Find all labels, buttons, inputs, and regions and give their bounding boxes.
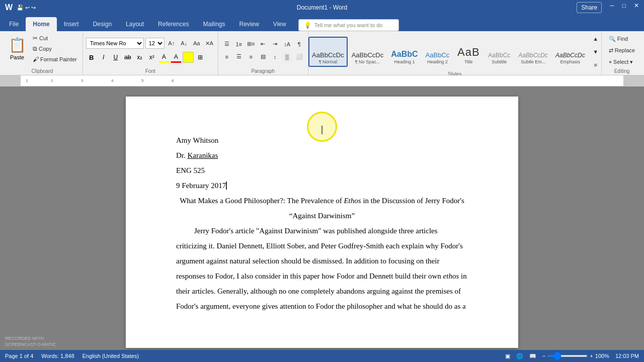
numbering-button[interactable]: 1≡	[233, 39, 245, 50]
tab-insert[interactable]: Insert	[57, 17, 86, 31]
italic-button[interactable]: I	[98, 52, 109, 63]
paste-button[interactable]: 📋 Paste	[5, 33, 29, 63]
font-selector-row: Times New Ro 12 A↑ A↓ Aa ✕A	[86, 38, 215, 49]
zoom-slider[interactable]	[547, 355, 588, 357]
select-button[interactable]: ⌖ Select ▾	[606, 57, 636, 67]
border-button[interactable]: ⊞	[195, 52, 206, 63]
decrease-font-button[interactable]: A↓	[179, 38, 190, 49]
style-heading2-label: Heading 2	[427, 59, 448, 64]
tab-references[interactable]: References	[151, 17, 196, 31]
paragraph-group: ☰ 1≡ ⊞≡ ⇤ ⇥ ↕A ¶ ≡ ☰ ≡ ▤ ↕ ▒ ⬜ Paragraph	[218, 31, 308, 75]
style-subtitle-preview: AaBbCc	[488, 52, 510, 59]
style-heading1[interactable]: AaBbC Heading 1	[387, 37, 421, 67]
increase-indent-button[interactable]: ⇥	[270, 39, 281, 50]
tab-review[interactable]: Review	[232, 17, 266, 31]
multilevel-button[interactable]: ⊞≡	[246, 39, 257, 50]
align-left-button[interactable]: ≡	[221, 51, 232, 62]
styles-container: AaBbCcDc ¶ Normal AaBbCcDc ¶ No Spac... …	[308, 33, 601, 70]
strikethrough-button[interactable]: ab	[122, 52, 133, 63]
line-spacing-button[interactable]: ↕	[270, 51, 281, 62]
replace-button[interactable]: ⇄ Replace	[606, 46, 637, 55]
tab-mailings[interactable]: Mailings	[196, 17, 232, 31]
tab-layout[interactable]: Layout	[119, 17, 151, 31]
style-emphasis[interactable]: AaBbCcDc Emphasis	[552, 37, 589, 67]
web-layout-icon[interactable]: 🌐	[516, 353, 523, 359]
clear-formatting-button[interactable]: ✕A	[204, 38, 215, 49]
title-bar-left: W 💾 ↩ ↪	[5, 3, 36, 12]
style-no-spacing[interactable]: AaBbCcDc ¶ No Spac...	[348, 37, 387, 67]
increase-font-button[interactable]: A↑	[166, 38, 177, 49]
align-right-button[interactable]: ≡	[246, 51, 257, 62]
sort-button[interactable]: ↕A	[282, 39, 293, 50]
select-icon: ⌖	[609, 59, 612, 65]
select-label: Select ▾	[613, 59, 633, 65]
font-size-select[interactable]: 12	[145, 38, 165, 49]
format-painter-button[interactable]: 🖌 Format Painter	[30, 54, 79, 64]
word-count: Words: 1,848	[41, 353, 74, 359]
tab-design[interactable]: Design	[86, 17, 119, 31]
document-page[interactable]: | Amy Whitson Dr. Karanikas ENG 525 9 Fe…	[126, 97, 518, 348]
find-button[interactable]: 🔍 Find	[606, 34, 630, 44]
shading-para-button[interactable]: ▒	[282, 51, 293, 62]
bold-button[interactable]: B	[86, 52, 97, 63]
ruler: 1 2 3 4 5 6	[0, 75, 644, 86]
tab-view[interactable]: View	[266, 17, 293, 31]
text-highlight-button[interactable]: A	[158, 52, 170, 63]
word-icon: W	[5, 3, 13, 12]
title-bar: W 💾 ↩ ↪ Document1 - Word Share ─ □ ✕	[0, 0, 644, 15]
copy-button[interactable]: ⧉ Copy	[30, 44, 79, 54]
share-button[interactable]: Share	[577, 2, 602, 13]
shading-button[interactable]	[183, 52, 194, 63]
clock: 12:03 PM	[615, 353, 639, 359]
close-button[interactable]: ✕	[634, 2, 639, 13]
tell-me-input[interactable]: 💡 Tell me what you want to do	[298, 19, 399, 31]
style-heading1-label: Heading 1	[394, 59, 415, 64]
underline-button[interactable]: U	[110, 52, 121, 63]
style-subtle-em[interactable]: AaBbCcDc Subtle Em...	[515, 37, 551, 67]
find-label: Find	[617, 36, 628, 42]
tab-file[interactable]: File	[2, 17, 26, 31]
styles-up-button[interactable]: ▲	[590, 33, 601, 44]
align-center-button[interactable]: ☰	[233, 51, 245, 62]
styles-down-button[interactable]: ▼	[590, 46, 601, 57]
style-emphasis-preview: AaBbCcDc	[555, 52, 585, 59]
justify-button[interactable]: ▤	[258, 51, 269, 62]
zoom-out-button[interactable]: −	[542, 353, 545, 359]
watermark-line1: RECORDED WITH	[5, 335, 56, 342]
minimize-button[interactable]: ─	[610, 2, 614, 13]
bullets-button[interactable]: ☰	[221, 39, 232, 50]
ethos-italic-title: Ethos	[344, 197, 361, 205]
maximize-button[interactable]: □	[622, 2, 626, 13]
change-case-button[interactable]: Aa	[191, 38, 202, 49]
tab-home[interactable]: Home	[26, 17, 56, 31]
style-title[interactable]: AaB Title	[453, 37, 484, 67]
paragraph-1: Jerry Fodor's article "Against Darwinism…	[176, 223, 468, 314]
styles-more-button[interactable]: ≡	[590, 59, 601, 70]
tell-me-placeholder: Tell me what you want to do	[314, 22, 383, 28]
zoom-in-button[interactable]: +	[590, 353, 593, 359]
show-hide-button[interactable]: ¶	[294, 39, 305, 50]
format-painter-icon: 🖌	[33, 56, 39, 63]
document-content[interactable]: Amy Whitson Dr. Karanikas ENG 525 9 Febr…	[176, 133, 468, 314]
styles-group: AaBbCcDc ¶ Normal AaBbCcDc ¶ No Spac... …	[308, 31, 602, 75]
font-color-button[interactable]: A	[171, 52, 182, 63]
professor-line: Dr. Karanikas	[176, 148, 468, 163]
style-subtle-em-preview: AaBbCcDc	[518, 52, 548, 59]
print-layout-icon[interactable]: ▣	[505, 353, 510, 359]
decrease-indent-button[interactable]: ⇤	[258, 39, 269, 50]
text-cursor: |	[321, 124, 324, 135]
font-family-select[interactable]: Times New Ro	[86, 38, 144, 49]
superscript-button[interactable]: x²	[146, 52, 157, 63]
paste-label: Paste	[10, 54, 24, 60]
style-subtitle[interactable]: AaBbCc Subtitle	[484, 37, 514, 67]
cut-icon: ✂	[33, 35, 38, 42]
subscript-button[interactable]: x₂	[134, 52, 145, 63]
read-mode-icon[interactable]: 📖	[529, 353, 536, 359]
paragraph-group-label: Paragraph	[251, 67, 275, 74]
style-heading2[interactable]: AaBbCc Heading 2	[422, 37, 453, 67]
style-normal-label: ¶ Normal	[319, 59, 337, 64]
replace-icon: ⇄	[609, 47, 613, 54]
cut-button[interactable]: ✂ Cut	[30, 33, 79, 43]
borders-para-button[interactable]: ⬜	[294, 51, 305, 62]
style-normal[interactable]: AaBbCcDc ¶ Normal	[308, 37, 348, 67]
